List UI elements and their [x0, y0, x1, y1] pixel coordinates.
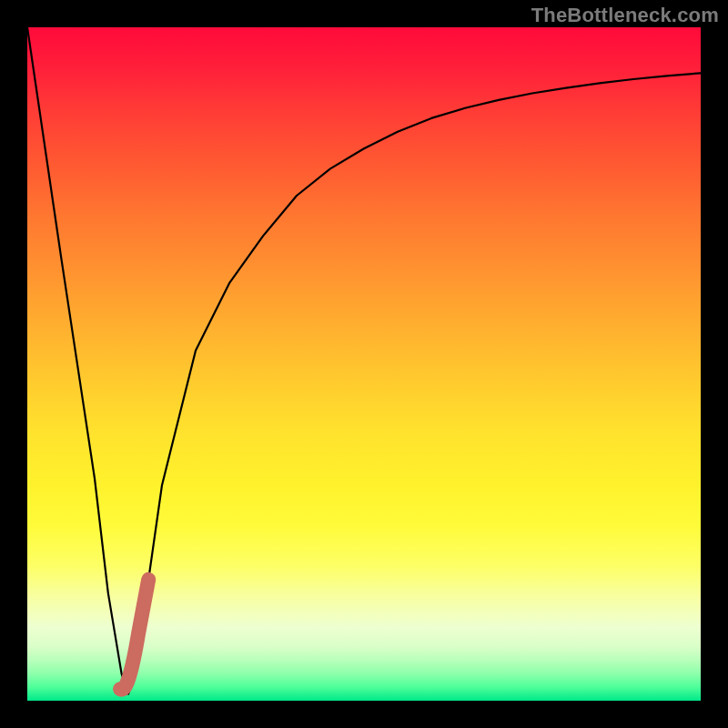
plot-area — [27, 27, 701, 701]
bottleneck-curve-path — [27, 27, 701, 694]
chart-frame: TheBottleneck.com — [0, 0, 728, 728]
watermark-text: TheBottleneck.com — [531, 4, 719, 27]
curve-svg — [27, 27, 701, 701]
highlight-marker — [120, 580, 148, 690]
